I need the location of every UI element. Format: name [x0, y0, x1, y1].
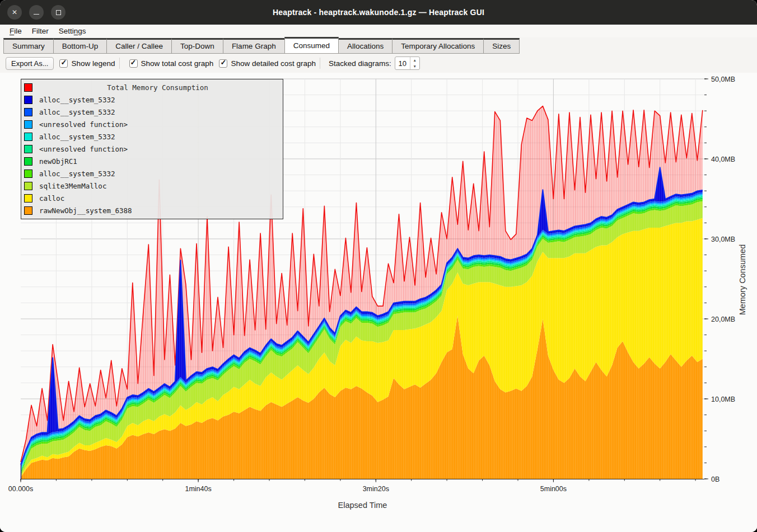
- svg-text:20,0MB: 20,0MB: [711, 316, 735, 323]
- tab-consumed[interactable]: Consumed: [284, 37, 339, 54]
- checkmark-icon: ✓: [60, 58, 67, 67]
- stacked-diagrams-spinbox[interactable]: 10 ▲ ▼: [395, 57, 420, 70]
- checkbox-show-total-cost-graph[interactable]: ✓Show total cost graph: [129, 59, 214, 68]
- legend-swatch-icon: [24, 194, 32, 203]
- tab-top-down[interactable]: Top-Down: [171, 38, 223, 54]
- app-window: ✕ Heaptrack - heaptrack.wakunode.1.gz — …: [0, 0, 757, 532]
- legend-label: alloc__system_5332: [39, 108, 115, 116]
- checkbox-box[interactable]: ✓: [219, 59, 227, 68]
- legend-label: calloc: [39, 194, 64, 203]
- legend-label: rawNewObj__system_6388: [39, 206, 132, 215]
- spinbox-value[interactable]: 10: [395, 57, 410, 69]
- title-bar: ✕ Heaptrack - heaptrack.wakunode.1.gz — …: [0, 0, 757, 25]
- toolbar: Export As... ✓Show legend✓Show total cos…: [0, 54, 757, 73]
- legend-entry: <unresolved function>: [21, 118, 283, 130]
- legend-swatch-icon: [24, 133, 32, 141]
- svg-text:0B: 0B: [711, 475, 719, 483]
- legend-label: alloc__system_5332: [39, 133, 115, 141]
- tab-allocations[interactable]: Allocations: [339, 38, 392, 54]
- menu-item-settings[interactable]: Settings: [54, 26, 91, 36]
- legend-label: sqlite3MemMalloc: [39, 182, 106, 190]
- legend-entry: newObjRC1: [21, 155, 283, 167]
- svg-text:50,0MB: 50,0MB: [711, 76, 735, 83]
- legend-label: <unresolved function>: [39, 120, 128, 129]
- spinbox-up-arrow-icon[interactable]: ▲: [410, 57, 419, 63]
- legend-swatch-icon: [24, 170, 32, 178]
- legend-entry: alloc__system_5332: [21, 130, 283, 143]
- toolbar-separator: [320, 58, 320, 69]
- legend-swatch-icon: [24, 145, 32, 153]
- checkmark-icon: ✓: [220, 58, 226, 67]
- spinbox-down-arrow-icon[interactable]: ▼: [410, 63, 419, 69]
- svg-text:1min40s: 1min40s: [185, 485, 211, 493]
- legend-entry: rawNewObj__system_6388: [21, 204, 283, 216]
- toolbar-separator: [119, 58, 120, 69]
- legend-label: <unresolved function>: [39, 145, 128, 153]
- menu-item-file[interactable]: File: [4, 26, 27, 36]
- legend-entry: sqlite3MemMalloc: [21, 180, 283, 192]
- legend-swatch-icon: [24, 182, 32, 190]
- checkbox-box[interactable]: ✓: [129, 59, 138, 68]
- legend-entry: alloc__system_5332: [21, 93, 283, 106]
- svg-text:5min00s: 5min00s: [540, 485, 567, 493]
- checkbox-show-legend[interactable]: ✓Show legend: [59, 59, 115, 68]
- svg-text:40,0MB: 40,0MB: [711, 156, 735, 163]
- chart-legend: Total Memory Consumptionalloc__system_53…: [21, 79, 283, 219]
- checkbox-box[interactable]: ✓: [59, 59, 68, 68]
- tab-bar: SummaryBottom-UpCaller / CalleeTop-DownF…: [0, 37, 757, 54]
- legend-label: alloc__system_5332: [39, 96, 115, 104]
- checkbox-label: Show detailed cost graph: [231, 59, 316, 68]
- legend-swatch-icon: [24, 108, 32, 116]
- svg-text:00.000s: 00.000s: [8, 485, 33, 493]
- legend-swatch-icon: [24, 96, 32, 104]
- svg-text:Elapsed Time: Elapsed Time: [338, 501, 387, 510]
- legend-swatch-icon: [24, 206, 32, 215]
- memory-consumption-chart: 00.000s1min40s3min20s5min00s0B10,0MB20,0…: [0, 73, 757, 532]
- tab-sizes[interactable]: Sizes: [483, 38, 520, 54]
- tab-caller-callee[interactable]: Caller / Callee: [106, 38, 171, 54]
- checkbox-label: Show legend: [71, 59, 115, 68]
- tab-flame-graph[interactable]: Flame Graph: [223, 38, 284, 54]
- menu-bar: FileFilterSettings: [0, 25, 757, 37]
- svg-text:10,0MB: 10,0MB: [711, 396, 735, 403]
- tab-temporary-allocations[interactable]: Temporary Allocations: [392, 38, 483, 54]
- svg-text:3min20s: 3min20s: [363, 485, 389, 493]
- legend-entry: alloc__system_5332: [21, 167, 283, 180]
- legend-entry: <unresolved function>: [21, 143, 283, 155]
- checkmark-icon: ✓: [130, 58, 137, 67]
- legend-label: Total Memory Consumption: [32, 83, 283, 92]
- svg-text:Memory Consumed: Memory Consumed: [738, 244, 747, 316]
- menu-item-filter[interactable]: Filter: [27, 26, 54, 36]
- legend-swatch-icon: [24, 157, 32, 166]
- window-title: Heaptrack - heaptrack.wakunode.1.gz — He…: [0, 8, 757, 17]
- svg-text:30,0MB: 30,0MB: [711, 236, 735, 243]
- checkbox-show-detailed-cost-graph[interactable]: ✓Show detailed cost graph: [219, 59, 316, 68]
- legend-entry: alloc__system_5332: [21, 106, 283, 118]
- legend-swatch-icon: [24, 120, 32, 129]
- legend-title-row: Total Memory Consumption: [21, 81, 283, 93]
- checkbox-label: Show total cost graph: [141, 59, 214, 68]
- legend-entry: calloc: [21, 192, 283, 204]
- tab-bottom-up[interactable]: Bottom-Up: [53, 38, 107, 54]
- legend-swatch-icon: [24, 83, 32, 92]
- legend-label: newObjRC1: [39, 157, 77, 166]
- stacked-diagrams-label: Stacked diagrams:: [329, 59, 391, 68]
- legend-label: alloc__system_5332: [39, 170, 115, 178]
- export-as-button[interactable]: Export As...: [6, 57, 54, 70]
- tab-summary[interactable]: Summary: [3, 38, 53, 54]
